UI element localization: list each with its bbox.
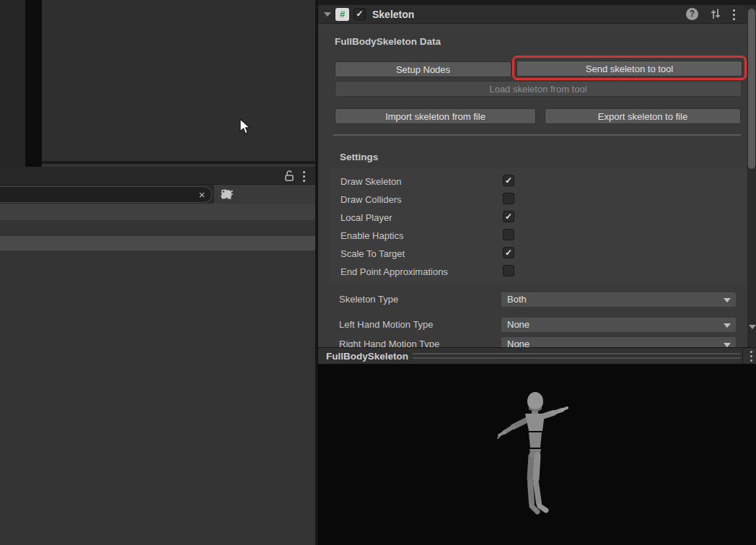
skeleton-mannequin xyxy=(476,379,606,538)
left-panel-edge xyxy=(0,0,25,167)
preview-header[interactable]: FullBodySkeleton xyxy=(318,347,756,365)
hierarchy-toolbar xyxy=(0,167,315,185)
toggle-row: Local Player ✓ xyxy=(318,210,747,228)
right-hand-motion-dropdown[interactable]: None xyxy=(501,336,737,347)
dropdown-row: Left Hand Motion Type None xyxy=(318,317,747,336)
filter-buttons: 4 xyxy=(214,185,315,204)
inspector-scrollbar[interactable] xyxy=(747,5,756,347)
hidden-count: 4 xyxy=(227,189,232,200)
inspector-body: FullBodySkeleton Data Setup Nodes Send s… xyxy=(318,24,747,347)
list-row[interactable] xyxy=(0,220,315,236)
dropdown-row: Right Hand Motion Type None xyxy=(318,336,747,347)
component-enabled-checkbox[interactable]: ✓ xyxy=(353,8,366,20)
list-row[interactable] xyxy=(0,204,315,220)
hierarchy-menu-icon[interactable] xyxy=(299,170,309,183)
import-skeleton-button[interactable]: Import skeleton from file xyxy=(335,108,536,124)
section-divider xyxy=(333,134,741,136)
unity-editor: × xyxy=(0,0,756,545)
toggle-row: Draw Skeleton ✓ xyxy=(318,174,747,192)
search-clear-icon[interactable]: × xyxy=(196,188,208,202)
export-skeleton-button[interactable]: Export skeleton to file xyxy=(545,108,741,124)
setup-nodes-button[interactable]: Setup Nodes xyxy=(335,61,511,77)
dropdown-value: None xyxy=(507,319,529,330)
hierarchy-panel: × xyxy=(0,167,315,545)
toggle-label: Local Player xyxy=(340,212,392,223)
toggle-label: Enable Haptics xyxy=(340,230,403,241)
preview-header-divider xyxy=(742,348,743,364)
presets-icon[interactable] xyxy=(709,8,721,20)
toggle-row: Enable Haptics xyxy=(318,228,747,246)
data-section-title: FullBodySkeleton Data xyxy=(335,36,441,47)
chevron-down-icon xyxy=(724,298,731,302)
dropdown-label: Skeleton Type xyxy=(339,294,398,305)
help-icon[interactable]: ? xyxy=(686,8,698,20)
toggle-label: Scale To Target xyxy=(340,248,405,259)
skeleton-type-dropdown[interactable]: Both xyxy=(501,292,737,308)
toggle-checkbox[interactable]: ✓ xyxy=(503,247,514,258)
hierarchy-search-row: × xyxy=(0,185,315,204)
toggle-label: Draw Skeleton xyxy=(340,176,402,187)
left-panel-gutter xyxy=(25,0,42,167)
script-icon: # xyxy=(335,8,349,21)
toggle-row: Scale To Target ✓ xyxy=(318,246,747,264)
left-hand-motion-dropdown[interactable]: None xyxy=(501,317,737,333)
scene-visibility-button[interactable]: 4 xyxy=(214,185,244,204)
toggle-checkbox[interactable]: ✓ xyxy=(503,211,514,222)
component-title: Skeleton xyxy=(372,9,414,20)
list-row[interactable] xyxy=(0,236,315,250)
toggle-checkbox[interactable] xyxy=(503,229,514,240)
preview-menu-icon[interactable] xyxy=(746,349,756,364)
dropdown-label: Right Hand Motion Type xyxy=(339,339,439,347)
scene-canvas[interactable] xyxy=(42,0,315,164)
unlock-icon[interactable] xyxy=(283,170,296,183)
mouse-cursor-icon xyxy=(238,118,252,136)
settings-section-title: Settings xyxy=(340,152,378,162)
component-menu-icon[interactable] xyxy=(729,8,739,21)
load-skeleton-button: Load skeleton from tool xyxy=(335,81,742,97)
toggle-checkbox[interactable] xyxy=(503,193,514,204)
toggle-row: End Point Approximations xyxy=(318,264,747,282)
dropdown-label: Left Hand Motion Type xyxy=(339,319,434,330)
dropdown-value: None xyxy=(507,339,529,347)
foldout-arrow-icon[interactable] xyxy=(324,12,331,17)
dropdown-value: Both xyxy=(507,294,527,305)
toggle-checkbox[interactable]: ✓ xyxy=(503,175,514,186)
toggle-label: End Point Approximations xyxy=(340,266,448,277)
inspector-top-strip xyxy=(318,0,756,5)
chevron-down-icon xyxy=(724,323,731,328)
scroll-down-arrow-icon[interactable] xyxy=(749,325,756,329)
toggle-row: Draw Colliders xyxy=(318,192,747,210)
component-header[interactable]: # ✓ Skeleton ? xyxy=(318,5,747,24)
scrollbar-thumb[interactable] xyxy=(748,9,755,169)
toggle-label: Draw Colliders xyxy=(340,194,402,205)
preview-viewport[interactable] xyxy=(318,365,756,545)
dropdown-row: Skeleton Type Both xyxy=(318,292,747,310)
toggle-checkbox[interactable] xyxy=(503,265,514,276)
send-skeleton-button[interactable]: Send skeleton to tool xyxy=(517,61,742,77)
drag-handle[interactable] xyxy=(413,348,740,365)
preview-title: FullBodySkeleton xyxy=(326,351,408,362)
search-input[interactable]: × xyxy=(0,186,212,203)
